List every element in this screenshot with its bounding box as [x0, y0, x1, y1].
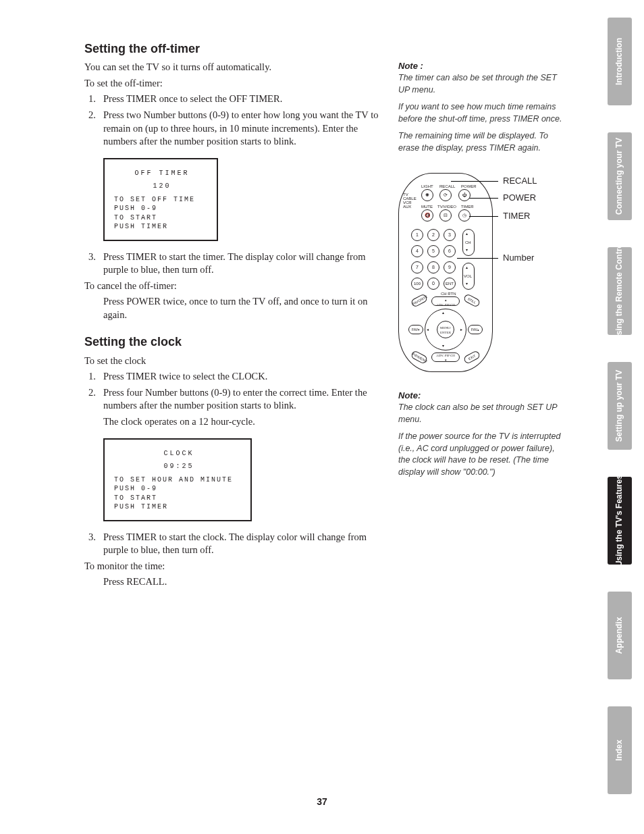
ch-down-icon: ▾ [466, 248, 468, 252]
power-button: ⏻ [458, 189, 471, 201]
exit-button: EXIT [463, 350, 481, 365]
step-2: 2.Press two Number buttons (0-9) to ente… [103, 109, 381, 149]
to-set-label: To set the off-timer: [84, 77, 381, 90]
intro-text: You can set the TV so it turns off autom… [84, 61, 381, 74]
num-2: 2 [427, 229, 439, 241]
heading-clock: Setting the clock [84, 334, 381, 350]
num-7: 7 [411, 261, 423, 273]
timer-button: ◷ [458, 209, 471, 221]
clock-step-1: 1.Press TIMER twice to select the CLOCK. [103, 370, 381, 384]
recall-button: ⟳ [439, 189, 452, 201]
tab-introduction[interactable]: Introduction [608, 18, 632, 105]
ent-button: ENT [444, 278, 456, 290]
note1-p3: The remaining time will be displayed. To… [398, 130, 567, 154]
pipmenu-button: PIP/MENU [410, 350, 429, 365]
note1-heading: Note : [398, 61, 567, 71]
osd-off-timer: OFF TIMER 120 TO SET OFF TIME PUSH 0-9 T… [103, 158, 218, 241]
tab-setup[interactable]: Setting up your TV [608, 362, 632, 450]
to-monitor-label: To monitor the time: [84, 560, 381, 573]
tv-video-button: ⊟ [439, 209, 452, 221]
note2-heading: Note: [398, 390, 567, 400]
ch-up-icon: ▴ [466, 232, 468, 236]
num-4: 4 [411, 245, 423, 257]
vol-up-icon: ▴ [466, 265, 468, 269]
favorite-button: FAVORITE [410, 293, 429, 308]
fav-right: FAV▴ [468, 325, 483, 334]
callout-power: POWER [503, 192, 536, 203]
still-button: STILL [463, 293, 481, 308]
clock-step-3: 3.Press TIMER to start the clock. The di… [103, 531, 381, 557]
osd-clock: CLOCK 09:25 TO SET HOUR AND MINUTE PUSH … [103, 438, 252, 521]
callout-timer: TIMER [503, 211, 530, 221]
to-set-clock-label: To set the clock [84, 355, 381, 368]
vol-down-icon: ▾ [466, 282, 468, 286]
callout-recall: RECALL [503, 176, 537, 186]
remote-diagram: TV CABLE VCR AUX LIGHT RECALL POWER ✺ ⟳ … [398, 173, 567, 375]
tab-remote[interactable]: Using the Remote Control [608, 247, 632, 335]
step-3: 3.Press TIMER to start the timer. The di… [103, 251, 381, 277]
note2-p2: If the power source for the TV is interr… [398, 431, 567, 478]
page-number: 37 [0, 796, 644, 807]
note1-p2: If you want to see how much time remains… [398, 101, 567, 125]
menu-enter-button: MENU/ ENTER [437, 321, 454, 338]
tab-connecting[interactable]: Connecting your TV [608, 132, 632, 220]
num-5: 5 [427, 245, 439, 257]
mute-button: 🔇 [421, 209, 433, 221]
note2-p1: The clock can also be set through SET UP… [398, 402, 567, 425]
num-6: 6 [444, 245, 456, 257]
monitor-body: Press RECALL. [84, 575, 381, 589]
clock-cycle-note: The clock operates on a 12 hour-cycle. [84, 415, 381, 429]
num-0: 0 [427, 278, 439, 290]
clock-step-2: 2.Press four Number buttons (0-9) to ent… [103, 386, 381, 413]
to-cancel-label: To cancel the off-timer: [84, 280, 381, 293]
num-9: 9 [444, 261, 456, 273]
tab-appendix[interactable]: Appendix [608, 592, 632, 679]
tab-index[interactable]: Index [608, 706, 632, 794]
callout-number: Number [503, 253, 534, 263]
tab-features[interactable]: Using the TV's Features [608, 477, 632, 565]
heading-off-timer: Setting the off-timer [84, 41, 381, 57]
num-8: 8 [427, 261, 439, 273]
step-1: 1.Press TIMER once to select the OFF TIM… [103, 93, 381, 106]
fav-left: FAV▾ [408, 325, 423, 334]
note1-p1: The timer can also be set through the SE… [398, 72, 567, 96]
num-3: 3 [444, 229, 456, 241]
light-button: ✺ [421, 189, 433, 201]
side-tabs: Introduction Connecting your TV Using th… [608, 18, 632, 821]
num-1: 1 [411, 229, 423, 241]
num-100: 100 [411, 278, 423, 290]
cancel-body: Press POWER twice, once to turn the TV o… [84, 295, 381, 321]
